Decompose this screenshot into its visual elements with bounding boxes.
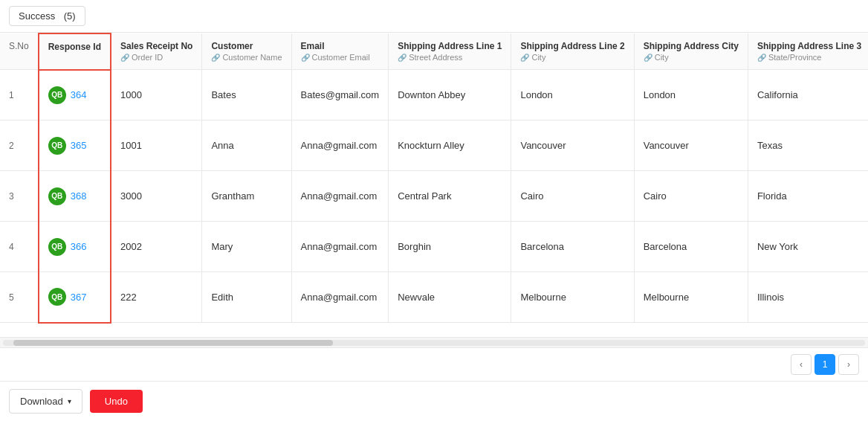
col-header-shipping-line2: Shipping Address Line 2 🔗 City bbox=[511, 33, 634, 70]
table-cell: London bbox=[634, 70, 748, 120]
response-id-cell: QB365 bbox=[48, 137, 101, 155]
response-id-cell-container: QB366 bbox=[39, 222, 111, 272]
response-id-link[interactable]: 366 bbox=[71, 241, 87, 252]
table-cell: 1001 bbox=[111, 120, 202, 171]
table-cell: Anna bbox=[202, 120, 291, 171]
col-header-shipping-line1: Shipping Address Line 1 🔗 Street Address bbox=[389, 33, 511, 70]
col-header-response-id: Response Id bbox=[39, 33, 111, 70]
response-id-cell-container: QB367 bbox=[39, 272, 111, 323]
response-id-link[interactable]: 365 bbox=[71, 140, 87, 151]
table-cell: Anna@gmail.com bbox=[291, 272, 389, 323]
table-cell: 5 bbox=[0, 272, 39, 323]
table-cell: Illinois bbox=[748, 272, 868, 323]
undo-button[interactable]: Undo bbox=[90, 390, 143, 413]
header: Success (5) bbox=[0, 0, 868, 33]
link-icon-5: 🔗 bbox=[520, 54, 529, 62]
response-id-cell-container: QB368 bbox=[39, 171, 111, 222]
quickbooks-icon: QB bbox=[48, 137, 66, 155]
col-header-shipping-city: Shipping Address City 🔗 City bbox=[634, 33, 748, 70]
link-icon-2: 🔗 bbox=[211, 54, 220, 62]
response-id-cell: QB364 bbox=[48, 86, 101, 104]
table-cell: Anna@gmail.com bbox=[291, 120, 389, 171]
table-cell: New York bbox=[748, 222, 868, 272]
response-id-cell-container: QB364 bbox=[39, 70, 111, 120]
table-row: 4QB3662002MaryAnna@gmail.comBorghinBarce… bbox=[0, 222, 868, 272]
success-tab[interactable]: Success (5) bbox=[9, 6, 85, 26]
prev-page-button[interactable]: ‹ bbox=[791, 354, 812, 375]
table-cell: Barcelona bbox=[511, 222, 634, 272]
table-cell: California bbox=[748, 70, 868, 120]
table-cell: Cairo bbox=[634, 171, 748, 222]
table-row: 3QB3683000GranthamAnna@gmail.comCentral … bbox=[0, 171, 868, 222]
table-container[interactable]: S.No Response Id Sales Receipt No 🔗 Orde… bbox=[0, 33, 868, 337]
table-cell: Vancouver bbox=[634, 120, 748, 171]
download-label: Download bbox=[20, 396, 63, 407]
table-cell: Borghin bbox=[389, 222, 511, 272]
response-id-cell: QB368 bbox=[48, 187, 101, 205]
quickbooks-icon: QB bbox=[48, 238, 66, 256]
table-body: 1QB3641000BatesBates@gmail.comDownton Ab… bbox=[0, 70, 868, 323]
table-cell: 4 bbox=[0, 222, 39, 272]
quickbooks-icon: QB bbox=[48, 288, 66, 306]
col-header-email: Email 🔗 Customer Email bbox=[291, 33, 389, 70]
chevron-down-icon: ▾ bbox=[68, 397, 71, 405]
table-cell: 3 bbox=[0, 171, 39, 222]
link-icon-3: 🔗 bbox=[301, 54, 310, 62]
table-cell: Central Park bbox=[389, 171, 511, 222]
table-cell: Bates bbox=[202, 70, 291, 120]
table-cell: Anna@gmail.com bbox=[291, 171, 389, 222]
col-header-customer: Customer 🔗 Customer Name bbox=[202, 33, 291, 70]
table-row: 2QB3651001AnnaAnna@gmail.comKnockturn Al… bbox=[0, 120, 868, 171]
download-button[interactable]: Download ▾ bbox=[9, 389, 82, 414]
table-cell: Barcelona bbox=[634, 222, 748, 272]
col-header-sales-receipt: Sales Receipt No 🔗 Order ID bbox=[111, 33, 202, 70]
horizontal-scrollbar[interactable] bbox=[0, 337, 868, 347]
page-wrapper: Success (5) S.No Response Id Sales Recei… bbox=[0, 0, 868, 421]
response-id-link[interactable]: 364 bbox=[71, 89, 87, 100]
table-cell: 2 bbox=[0, 120, 39, 171]
table-cell: Anna@gmail.com bbox=[291, 222, 389, 272]
table-row: 5QB367222EdithAnna@gmail.comNewvaleMelbo… bbox=[0, 272, 868, 323]
table-cell: Melbourne bbox=[634, 272, 748, 323]
link-icon: 🔗 bbox=[120, 54, 129, 62]
quickbooks-icon: QB bbox=[48, 187, 66, 205]
table-cell: 222 bbox=[111, 272, 202, 323]
table-cell: London bbox=[511, 70, 634, 120]
next-page-button[interactable]: › bbox=[838, 354, 859, 375]
page-1-button[interactable]: 1 bbox=[814, 354, 835, 375]
link-icon-4: 🔗 bbox=[398, 54, 407, 62]
response-id-link[interactable]: 368 bbox=[71, 190, 87, 202]
success-label: Success bbox=[19, 10, 55, 22]
table-cell: Vancouver bbox=[511, 120, 634, 171]
quickbooks-icon: QB bbox=[48, 86, 66, 104]
table-cell: Melbourne bbox=[511, 272, 634, 323]
table-cell: Mary bbox=[202, 222, 291, 272]
col-header-shipping-line3: Shipping Address Line 3 🔗 State/Province bbox=[748, 33, 868, 70]
response-id-cell: QB366 bbox=[48, 238, 101, 256]
table-cell: Edith bbox=[202, 272, 291, 323]
data-table: S.No Response Id Sales Receipt No 🔗 Orde… bbox=[0, 33, 868, 324]
table-cell: Florida bbox=[748, 171, 868, 222]
scrollbar-track bbox=[3, 340, 865, 346]
table-row: 1QB3641000BatesBates@gmail.comDownton Ab… bbox=[0, 70, 868, 120]
success-count: (5) bbox=[64, 10, 76, 22]
table-cell: Bates@gmail.com bbox=[291, 70, 389, 120]
response-id-link[interactable]: 367 bbox=[71, 292, 87, 303]
response-id-cell-container: QB365 bbox=[39, 120, 111, 171]
table-cell: 2002 bbox=[111, 222, 202, 272]
scrollbar-thumb[interactable] bbox=[13, 340, 333, 346]
pagination-area: ‹ 1 › bbox=[0, 347, 868, 381]
link-icon-7: 🔗 bbox=[757, 54, 766, 62]
table-cell: Knockturn Alley bbox=[389, 120, 511, 171]
table-cell: Cairo bbox=[511, 171, 634, 222]
link-icon-6: 🔗 bbox=[644, 54, 652, 62]
footer: Download ▾ Undo bbox=[0, 381, 868, 421]
table-cell: 3000 bbox=[111, 171, 202, 222]
table-cell: Newvale bbox=[389, 272, 511, 323]
table-cell: Downton Abbey bbox=[389, 70, 511, 120]
response-id-cell: QB367 bbox=[48, 288, 101, 306]
table-header-row: S.No Response Id Sales Receipt No 🔗 Orde… bbox=[0, 33, 868, 70]
table-cell: 1000 bbox=[111, 70, 202, 120]
col-header-sno: S.No bbox=[0, 33, 39, 70]
table-cell: Texas bbox=[748, 120, 868, 171]
